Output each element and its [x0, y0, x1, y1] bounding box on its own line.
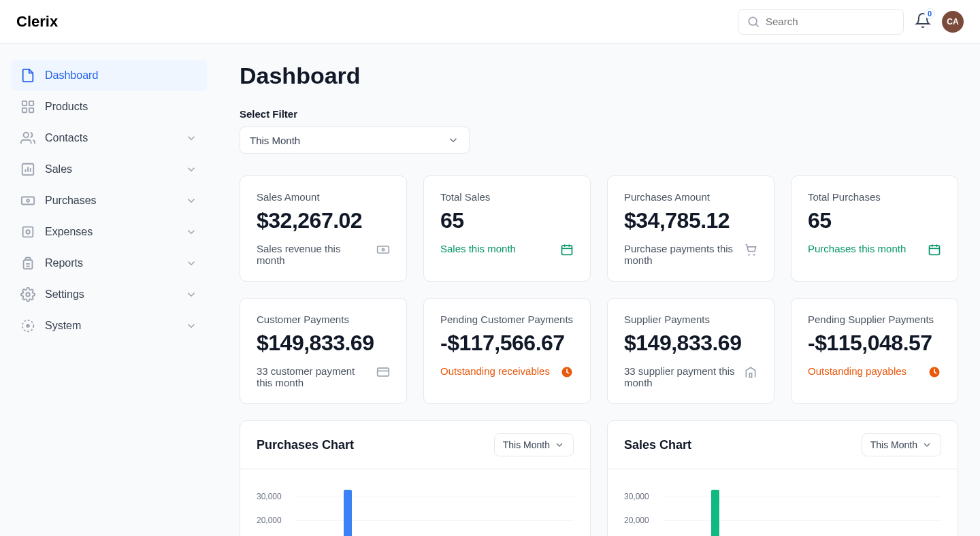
svg-rect-4: [22, 108, 27, 112]
calendar-icon: [928, 243, 941, 256]
gear-icon: [20, 287, 35, 302]
stat-description: Sales revenue this month: [257, 243, 371, 266]
filter-value: This Month: [250, 135, 300, 146]
chart-card: Purchases Chart This Month 30,000 20,000: [240, 420, 591, 536]
chart-filter-value: This Month: [503, 439, 550, 450]
stat-title: Pending Supplier Payments: [808, 314, 941, 325]
stat-value: $34,785.12: [624, 208, 757, 233]
sidebar-item-dashboard[interactable]: Dashboard: [11, 60, 207, 91]
stat-description: Outstanding payables: [808, 365, 906, 377]
chevron-down-icon: [185, 195, 197, 207]
chart-body: 30,000 20,000: [240, 469, 590, 536]
chart-filter-select[interactable]: This Month: [494, 433, 574, 456]
sidebar-item-label: Settings: [45, 288, 176, 301]
chart-filter-value: This Month: [870, 439, 917, 450]
stat-title: Purchases Amount: [624, 191, 757, 203]
avatar[interactable]: CA: [942, 11, 964, 33]
filter-select[interactable]: This Month: [240, 127, 470, 154]
sidebar-item-settings[interactable]: Settings: [11, 279, 207, 310]
sidebar-item-products[interactable]: Products: [11, 91, 207, 122]
search-box[interactable]: [738, 9, 904, 35]
stat-card: Sales Amount $32,267.02 Sales revenue th…: [240, 175, 407, 282]
sidebar-item-reports[interactable]: Reports: [11, 248, 207, 279]
chevron-down-icon: [447, 134, 459, 146]
header: Clerix 0 CA: [0, 0, 980, 44]
svg-line-1: [756, 24, 759, 27]
chevron-down-icon: [554, 439, 565, 450]
svg-point-12: [27, 199, 29, 202]
report-icon: [20, 256, 35, 271]
grid-icon: [20, 99, 35, 114]
stat-value: -$115,048.57: [808, 331, 941, 356]
svg-point-6: [24, 133, 29, 137]
stat-value: 65: [808, 208, 941, 233]
stat-value: $32,267.02: [257, 208, 390, 233]
sidebar-item-contacts[interactable]: Contacts: [11, 122, 207, 154]
chart-title: Purchases Chart: [257, 438, 354, 452]
chevron-down-icon: [185, 288, 197, 301]
svg-rect-13: [23, 227, 33, 237]
sidebar-item-label: Expenses: [45, 226, 176, 238]
chevron-down-icon: [185, 163, 197, 175]
receipt-icon: [20, 224, 35, 239]
notification-count: 0: [924, 8, 935, 19]
file-icon: [20, 68, 35, 83]
building-icon: [744, 365, 757, 379]
chevron-down-icon: [185, 320, 197, 332]
stat-title: Customer Payments: [257, 314, 390, 325]
stat-card: Customer Payments $149,833.69 33 custome…: [240, 298, 407, 404]
sidebar-item-label: Sales: [45, 163, 176, 175]
stats-grid: Sales Amount $32,267.02 Sales revenue th…: [240, 175, 958, 404]
svg-rect-11: [22, 197, 34, 205]
stat-description: Purchase payments this month: [624, 243, 738, 266]
sidebar-item-system[interactable]: System: [11, 310, 207, 341]
svg-point-20: [27, 324, 29, 327]
stat-title: Total Purchases: [808, 191, 941, 203]
chart-title: Sales Chart: [624, 438, 691, 452]
sidebar-item-purchases[interactable]: Purchases: [11, 185, 207, 216]
y-tick: 20,000: [624, 516, 649, 525]
y-tick: 30,000: [257, 492, 282, 501]
stat-value: $149,833.69: [257, 331, 390, 356]
sidebar-item-expenses[interactable]: Expenses: [11, 216, 207, 248]
sidebar-item-label: System: [45, 320, 176, 332]
sidebar-item-label: Contacts: [45, 132, 176, 144]
svg-rect-2: [22, 101, 27, 105]
system-icon: [20, 318, 35, 333]
svg-point-18: [26, 292, 30, 297]
sidebar-item-sales[interactable]: Sales: [11, 154, 207, 185]
stat-description: 33 customer payment this month: [257, 365, 371, 388]
sidebar-item-label: Purchases: [45, 195, 176, 207]
stat-value: -$117,566.67: [440, 331, 574, 356]
filter-label: Select Filter: [240, 108, 958, 120]
svg-point-0: [749, 17, 757, 25]
clock-icon: [560, 365, 574, 379]
stat-description: Purchases this month: [808, 243, 906, 254]
stat-description: Outstanding receivables: [440, 365, 550, 377]
cash-icon: [20, 193, 35, 208]
chart-body: 30,000 20,000: [608, 469, 958, 536]
notifications-button[interactable]: 0: [915, 12, 931, 31]
chart-grid: Purchases Chart This Month 30,000 20,000…: [240, 420, 958, 536]
svg-point-14: [26, 230, 30, 234]
cart-icon: [744, 243, 757, 256]
stat-title: Sales Amount: [257, 191, 390, 203]
search-input[interactable]: [766, 16, 895, 27]
chart-bar: [344, 490, 352, 536]
stat-card: Supplier Payments $149,833.69 33 supplie…: [607, 298, 774, 404]
sidebar-item-label: Products: [45, 101, 197, 113]
stat-card: Pending Supplier Payments -$115,048.57 O…: [791, 298, 958, 404]
chart-icon: [20, 162, 35, 177]
y-tick: 30,000: [624, 492, 649, 501]
sidebar-item-label: Reports: [45, 257, 176, 269]
stat-value: 65: [440, 208, 574, 233]
svg-rect-5: [29, 108, 33, 112]
sidebar: Dashboard Products Contacts Sales Purcha…: [0, 44, 218, 536]
chevron-down-icon: [185, 226, 197, 238]
stat-title: Supplier Payments: [624, 314, 757, 325]
stat-description: Sales this month: [440, 243, 516, 254]
brand-logo[interactable]: Clerix: [16, 13, 58, 31]
chart-filter-select[interactable]: This Month: [862, 433, 941, 456]
page-title: Dashboard: [240, 63, 958, 89]
users-icon: [20, 131, 35, 146]
